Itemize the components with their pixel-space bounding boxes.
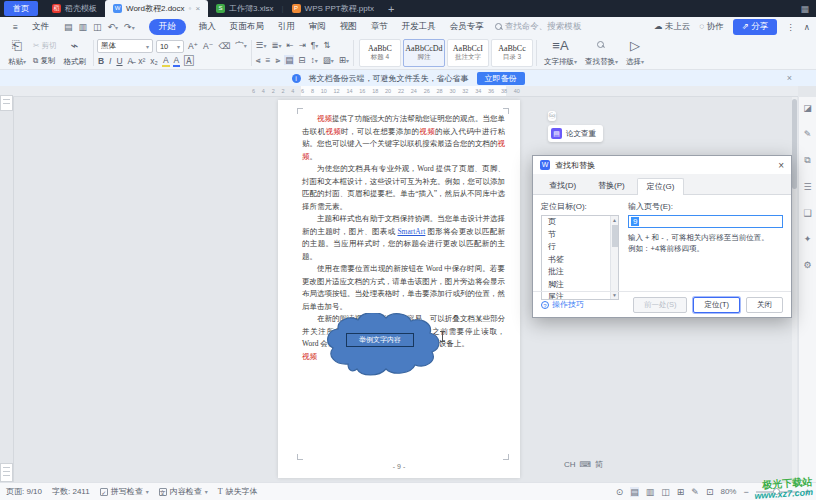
zoom-slider[interactable]	[756, 491, 798, 493]
preview-icon[interactable]: ◫	[93, 22, 102, 32]
clear-format-icon[interactable]: ⌫	[217, 41, 231, 51]
outline-view-icon[interactable]: ▥	[646, 487, 655, 497]
justify-icon[interactable]: ▤	[284, 55, 294, 65]
paste-button[interactable]: ⎗ 粘贴▾	[4, 38, 30, 68]
distribute-icon[interactable]: ⊟	[297, 55, 306, 65]
tips-link[interactable]: ?操作技巧	[541, 299, 584, 310]
goto-target-item[interactable]: 脚注	[542, 279, 618, 292]
menu-review[interactable]: 审阅	[309, 21, 326, 33]
settings-panel-icon[interactable]: ⚙	[803, 260, 811, 270]
tab-replace[interactable]: 替换(P)	[588, 177, 635, 194]
decrease-indent-icon[interactable]: ⇤	[286, 40, 295, 50]
paper-check-pill[interactable]: ▤ 论文查重	[548, 125, 603, 142]
menu-insert[interactable]: 插入	[199, 21, 216, 33]
shrink-font-icon[interactable]: A⁻	[202, 41, 214, 51]
dismiss-notification-icon[interactable]: ×	[787, 73, 792, 83]
font-name-select[interactable]: 黑体▾	[97, 39, 153, 53]
character-border-icon[interactable]: 🄰	[183, 56, 194, 67]
goto-target-item[interactable]: 书签	[542, 254, 618, 267]
fit-page-icon[interactable]: ⊡	[706, 487, 714, 497]
page-number-input[interactable]: 9	[628, 215, 783, 228]
style-toc3[interactable]: AaBbCc目录 3	[491, 39, 533, 67]
style-footnote[interactable]: AaBbCcDd脚注	[403, 39, 445, 67]
bullets-icon[interactable]: ☰▾	[255, 40, 268, 50]
format-painter-button[interactable]: ⌁ 格式刷	[59, 38, 90, 68]
align-right-icon[interactable]: ⫸	[275, 55, 282, 66]
eye-protect-icon[interactable]: ⊙	[616, 487, 624, 497]
shape-text-box[interactable]: 举例文字内容	[346, 333, 414, 347]
enable-backup-button[interactable]: 立即备份	[477, 72, 525, 85]
cloud-status[interactable]: ☁ 未上云	[654, 21, 690, 33]
undo-icon[interactable]: ↶▾	[108, 22, 119, 32]
goto-target-item[interactable]: 节	[542, 229, 618, 242]
scroll-up-icon[interactable]: ▲	[611, 217, 618, 223]
save-icon[interactable]: ▤	[64, 22, 73, 32]
menu-member[interactable]: 会员专享	[450, 21, 484, 33]
tab-ppt-presentation[interactable]: P WPS PPT教程.pptx	[284, 0, 382, 17]
copy-button[interactable]: ⧉ 复制	[33, 56, 56, 66]
share-button[interactable]: ⇗ 分享	[733, 19, 777, 35]
text-tools-button[interactable]: ≡A 文字排版▾	[540, 38, 581, 68]
align-center-icon[interactable]: ≡	[265, 55, 272, 65]
style-heading4[interactable]: AaBbC标题 4	[359, 39, 401, 67]
underline-icon[interactable]: U	[115, 56, 123, 66]
material-library-icon[interactable]: ⧉	[804, 155, 810, 166]
collapse-ribbon-icon[interactable]: ∧	[804, 22, 810, 32]
multi-page-view-icon[interactable]: ◫	[661, 487, 670, 497]
zoom-in-icon[interactable]: +	[805, 487, 810, 497]
goto-target-listbox[interactable]: 页节行书签批注脚注尾注域 ▲ ▼	[541, 215, 619, 300]
sort-icon[interactable]: ⇅	[322, 40, 331, 50]
font-size-select[interactable]: 10▾	[156, 40, 184, 53]
page-indicator[interactable]: 页面: 9/10	[6, 486, 42, 497]
zoom-level[interactable]: 80%	[720, 487, 736, 496]
content-check-toggle[interactable]: 文内容检查▾	[159, 486, 208, 497]
print-icon[interactable]: ▥	[78, 22, 87, 32]
bold-icon[interactable]: B	[97, 56, 105, 66]
navigation-pane-icon[interactable]: ☰	[803, 182, 811, 192]
assistant-panel-icon[interactable]: ✦	[804, 234, 812, 244]
style-comment-text[interactable]: AaBbCcI批注文字	[447, 39, 489, 67]
hamburger-icon[interactable]: ≡	[13, 22, 18, 32]
goto-target-item[interactable]: 行	[542, 241, 618, 254]
dialog-title-bar[interactable]: W 查找和替换 ×	[533, 156, 791, 174]
menu-page-layout[interactable]: 页面布局	[230, 21, 264, 33]
ime-indicator[interactable]: CH ⌨ 简	[564, 459, 603, 470]
tab-word-document[interactable]: W Word教程2.docx ◦ ×	[105, 0, 208, 17]
scrollbar-thumb[interactable]	[792, 99, 797, 189]
font-color-icon[interactable]: A	[173, 55, 181, 67]
menu-view[interactable]: 视图	[340, 21, 357, 33]
tab-excel-workbook[interactable]: S 工作簿3.xlsx	[208, 0, 281, 17]
missing-font-indicator[interactable]: T缺失字体	[218, 486, 258, 497]
goto-target-item[interactable]: 页	[542, 216, 618, 229]
previous-button[interactable]: 前一处(S)	[633, 297, 688, 313]
shading-icon[interactable]: ▨▾	[322, 55, 335, 65]
superscript-icon[interactable]: x²	[137, 56, 146, 66]
zoom-out-icon[interactable]: −	[743, 487, 748, 497]
home-button[interactable]: 首页	[4, 1, 38, 16]
apps-grid-icon[interactable]: ▦	[800, 4, 809, 14]
word-count[interactable]: 字数: 2411	[52, 486, 90, 497]
listbox-scrollbar[interactable]: ▲ ▼	[610, 216, 618, 299]
menu-dev-tools[interactable]: 开发工具	[402, 21, 436, 33]
tab-docer-template[interactable]: 稻 稻壳模板	[44, 0, 105, 17]
collaborate-button[interactable]: ◌ 协作	[699, 21, 723, 33]
properties-panel-icon[interactable]: ◪	[803, 103, 812, 113]
find-replace-button[interactable]: 查找替换▾	[581, 38, 622, 68]
subscript-icon[interactable]: x₂	[149, 56, 159, 66]
document-page[interactable]: 视频提供了功能强大的方法帮助您证明您的观点。当您单击联机视频时，可以在想要添加的…	[278, 100, 520, 478]
annotate-pen-icon[interactable]: ✎	[691, 487, 699, 497]
comments-panel-icon[interactable]: ❑	[803, 208, 811, 218]
grow-font-icon[interactable]: A⁺	[187, 41, 199, 51]
new-tab-button[interactable]: +	[388, 3, 394, 15]
edit-tools-icon[interactable]: ✎	[804, 129, 812, 139]
cloud-shape[interactable]: 举例文字内容	[324, 313, 446, 379]
cut-button[interactable]: ✂ 剪切	[33, 41, 56, 51]
phonetic-icon[interactable]: 宀▾	[234, 40, 248, 52]
menu-file[interactable]: 文件	[32, 21, 49, 33]
italic-icon[interactable]: I	[108, 56, 112, 66]
goto-target-item[interactable]: 批注	[542, 266, 618, 279]
highlight-color-icon[interactable]: A	[162, 55, 170, 67]
dialog-close-icon[interactable]: ×	[778, 160, 784, 171]
menu-references[interactable]: 引用	[278, 21, 295, 33]
show-marks-icon[interactable]: ¶▾	[310, 40, 320, 50]
